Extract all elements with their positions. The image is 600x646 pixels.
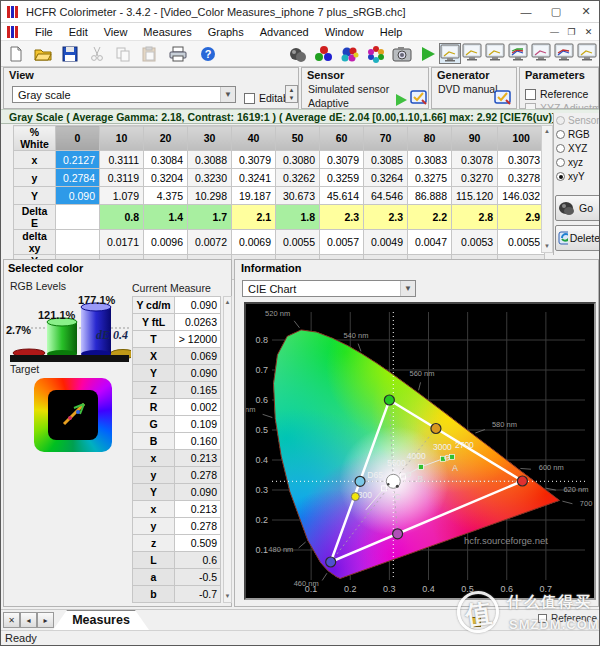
sensor-spheres-icon[interactable] <box>287 44 309 64</box>
grayscale-cell[interactable]: 1.7 <box>188 205 232 230</box>
grayscale-cell[interactable]: 0.090 <box>56 187 100 205</box>
sensor-run-icon[interactable] <box>394 93 408 107</box>
graph-grayscale-icon[interactable] <box>439 43 461 64</box>
grayscale-col-header[interactable]: 40 <box>232 126 276 151</box>
menu-edit[interactable]: Edit <box>61 24 96 40</box>
menu-window[interactable]: Window <box>317 24 372 40</box>
grayscale-cell[interactable]: 0.8 <box>100 205 144 230</box>
grayscale-cell[interactable]: 45.614 <box>320 187 364 205</box>
grayscale-cell[interactable]: 30.673 <box>276 187 320 205</box>
maximize-button[interactable]: ▢ <box>541 1 571 23</box>
chevron-down-icon[interactable]: ▼ <box>400 281 415 296</box>
grayscale-cell[interactable]: 0.3083 <box>408 151 452 169</box>
graph-misc-icon[interactable] <box>577 43 599 64</box>
grayscale-cell[interactable]: 0.3079 <box>232 151 276 169</box>
grayscale-cell[interactable]: 0.3085 <box>364 151 408 169</box>
grayscale-cell[interactable]: 2.3 <box>364 205 408 230</box>
tab-next-button[interactable]: ▸ <box>37 612 54 628</box>
grayscale-cell[interactable]: 0.0049 <box>364 230 408 255</box>
grayscale-cell[interactable]: 115.120 <box>452 187 498 205</box>
grayscale-cell[interactable] <box>56 230 100 255</box>
rgb-measure-icon[interactable] <box>313 44 335 64</box>
scroll-down-icon[interactable]: ▼ <box>542 241 552 252</box>
view-dropdown[interactable]: Gray scale ▼ <box>12 86 236 103</box>
scroll-down-icon[interactable]: ▼ <box>224 591 231 602</box>
sensor-config-icon[interactable] <box>410 90 428 107</box>
grayscale-cell[interactable]: 2.1 <box>232 205 276 230</box>
grayscale-col-header[interactable]: 30 <box>188 126 232 151</box>
grayscale-cell[interactable]: 4.375 <box>144 187 188 205</box>
grayscale-cell[interactable]: 0.3073 <box>498 151 545 169</box>
grayscale-cell[interactable]: 0.0047 <box>408 230 452 255</box>
new-file-icon[interactable] <box>5 44 27 64</box>
generator-config-icon[interactable] <box>494 90 512 107</box>
menu-help[interactable]: Help <box>372 24 411 40</box>
grayscale-cell[interactable]: 19.187 <box>232 187 276 205</box>
radio-xyY[interactable]: xyY <box>556 169 600 183</box>
grayscale-cell[interactable]: 0.3275 <box>408 169 452 187</box>
menu-view[interactable]: View <box>96 24 136 40</box>
grayscale-cell[interactable]: 0.3078 <box>452 151 498 169</box>
grayscale-cell[interactable]: 0.0057 <box>320 230 364 255</box>
grayscale-cell[interactable]: 0.0055 <box>498 230 545 255</box>
grayscale-scrollbar[interactable]: ▲ ▼ <box>541 125 553 253</box>
mdi-close-button[interactable]: ✕ <box>580 25 597 39</box>
grayscale-cell[interactable]: 2.3 <box>320 205 364 230</box>
grayscale-cell[interactable]: 0.2784 <box>56 169 100 187</box>
grayscale-col-header[interactable]: 90 <box>452 126 498 151</box>
tab-measures[interactable]: Measures <box>53 610 149 630</box>
close-button[interactable]: ✕ <box>571 1 600 23</box>
snapshot-icon[interactable] <box>391 44 413 64</box>
grayscale-cell[interactable]: 0.0096 <box>144 230 188 255</box>
graph-gamma-icon[interactable] <box>462 43 484 64</box>
grayscale-cell[interactable]: 64.546 <box>364 187 408 205</box>
grayscale-cell[interactable]: 146.032 <box>498 187 545 205</box>
radio-XYZ[interactable]: XYZ <box>556 141 600 155</box>
grayscale-col-header[interactable]: 80 <box>408 126 452 151</box>
spinner-control[interactable]: ▲▼ <box>285 85 298 103</box>
grayscale-cell[interactable]: 2.2 <box>408 205 452 230</box>
menu-file[interactable]: File <box>27 24 61 40</box>
grayscale-cell[interactable]: 0.0069 <box>232 230 276 255</box>
color-ring-icon[interactable] <box>365 44 387 64</box>
grayscale-col-header[interactable]: 0 <box>56 126 100 151</box>
information-dropdown[interactable]: CIE Chart ▼ <box>242 280 416 297</box>
grayscale-cell[interactable]: 0.0053 <box>452 230 498 255</box>
radio-RGB[interactable]: RGB <box>556 127 600 141</box>
grayscale-cell[interactable]: 0.3204 <box>144 169 188 187</box>
menu-advanced[interactable]: Advanced <box>252 24 317 40</box>
grayscale-cell[interactable]: 0.3278 <box>498 169 545 187</box>
grayscale-col-header[interactable]: 70 <box>364 126 408 151</box>
scroll-up-icon[interactable]: ▲ <box>224 297 231 308</box>
minimize-button[interactable]: — <box>511 1 541 23</box>
radio-xyz[interactable]: xyz <box>556 155 600 169</box>
grayscale-col-header[interactable]: 60 <box>320 126 364 151</box>
run-icon[interactable] <box>417 44 439 64</box>
grayscale-cell[interactable]: 0.3259 <box>320 169 364 187</box>
grayscale-cell[interactable]: 0.3119 <box>100 169 144 187</box>
open-file-icon[interactable] <box>32 44 54 64</box>
grayscale-cell[interactable]: 0.0072 <box>188 230 232 255</box>
grayscale-cell[interactable]: 0.3088 <box>188 151 232 169</box>
grayscale-col-header[interactable]: 100 <box>498 126 545 151</box>
grayscale-col-header[interactable]: 10 <box>100 126 144 151</box>
grayscale-cell[interactable]: 0.3111 <box>100 151 144 169</box>
grayscale-col-header[interactable]: 20 <box>144 126 188 151</box>
grayscale-cell[interactable]: 0.3264 <box>364 169 408 187</box>
grayscale-cell[interactable]: 0.3241 <box>232 169 276 187</box>
color-cluster-icon[interactable] <box>339 44 361 64</box>
grayscale-cell[interactable]: 0.3079 <box>320 151 364 169</box>
tab-close-button[interactable]: ✕ <box>3 612 20 628</box>
grayscale-cell[interactable]: 2.8 <box>452 205 498 230</box>
graph-luminance-icon[interactable] <box>485 43 507 64</box>
checkbox-icon[interactable] <box>244 93 255 104</box>
graph-rgb-icon[interactable] <box>531 43 553 64</box>
grayscale-cell[interactable]: 0.3230 <box>188 169 232 187</box>
menu-measures[interactable]: Measures <box>135 24 199 40</box>
grayscale-cell[interactable]: 0.2127 <box>56 151 100 169</box>
delete-button[interactable]: Delete <box>555 225 600 251</box>
scroll-up-icon[interactable]: ▲ <box>542 126 552 137</box>
grayscale-cell[interactable]: 86.888 <box>408 187 452 205</box>
print-icon[interactable] <box>167 44 189 64</box>
grayscale-cell[interactable]: 0.3262 <box>276 169 320 187</box>
